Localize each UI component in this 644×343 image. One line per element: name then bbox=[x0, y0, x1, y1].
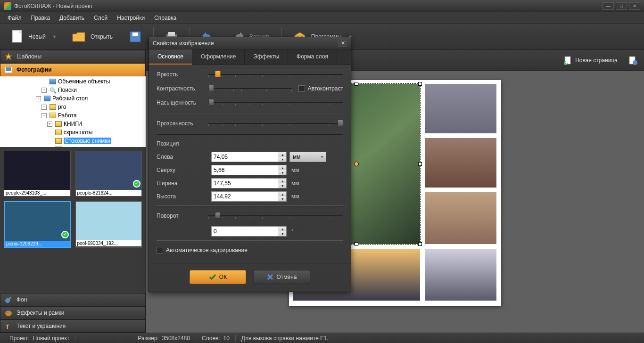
accordion-photos[interactable]: Фотографии bbox=[0, 63, 146, 76]
open-button[interactable]: Открыть bbox=[65, 27, 119, 46]
image-properties-dialog: Свойства изображения ✕ Основное Оформлен… bbox=[149, 37, 351, 292]
collage-image[interactable] bbox=[425, 249, 496, 301]
accordion-background[interactable]: Фон bbox=[0, 293, 146, 306]
thumbnail[interactable]: picnic-1208229... bbox=[4, 201, 71, 248]
dropdown-arrow-icon: ▼ bbox=[52, 34, 57, 39]
thumbnails: people-2943103_...people-821624...picnic… bbox=[0, 147, 146, 293]
check-icon bbox=[209, 274, 216, 280]
menubar: Файл Правка Добавить Слой Настройки Спра… bbox=[0, 12, 644, 24]
minimize-button[interactable]: — bbox=[603, 2, 614, 10]
tab-decoration[interactable]: Оформление bbox=[192, 49, 245, 65]
cancel-icon bbox=[267, 274, 273, 280]
tab-layer-shape[interactable]: Форма слоя bbox=[288, 49, 337, 65]
status-project: Новый проект bbox=[33, 335, 70, 342]
brightness-label: Яркость bbox=[157, 71, 208, 78]
svg-rect-8 bbox=[6, 67, 11, 71]
dialog-tabs: Основное Оформление Эффекты Форма слоя bbox=[149, 49, 351, 65]
contrast-slider[interactable] bbox=[208, 85, 292, 92]
svg-rect-5 bbox=[168, 32, 175, 36]
menu-file[interactable]: Файл bbox=[3, 13, 26, 23]
svg-marker-6 bbox=[5, 53, 12, 60]
dialog-titlebar[interactable]: Свойства изображения ✕ bbox=[149, 37, 351, 49]
saturation-slider[interactable] bbox=[208, 99, 343, 106]
rotation-label: Поворот bbox=[157, 212, 208, 219]
status-layers: 10 bbox=[223, 335, 230, 342]
width-label: Ширина bbox=[157, 180, 208, 187]
tree-item[interactable]: +pro bbox=[0, 103, 146, 111]
accordion-text[interactable]: T Текст и украшения bbox=[0, 319, 146, 333]
tab-effects[interactable]: Эффекты bbox=[245, 49, 288, 65]
contrast-label: Контрастность bbox=[157, 85, 208, 92]
titlebar: ФотоКОЛЛАЖ - Новый проект — □ ✕ bbox=[0, 0, 644, 12]
tree-item[interactable]: Объемные объекты bbox=[0, 77, 146, 86]
ok-button[interactable]: ОК bbox=[190, 270, 246, 284]
unit-select[interactable]: мм bbox=[289, 152, 326, 162]
status-help: Для вызова справки нажмите F1. bbox=[241, 335, 329, 342]
menu-layer[interactable]: Слой bbox=[89, 13, 112, 23]
width-input[interactable]: 147,55▲▼ bbox=[211, 178, 287, 188]
star-icon bbox=[4, 52, 13, 61]
svg-point-14 bbox=[10, 313, 11, 314]
cancel-button[interactable]: Отмена bbox=[254, 270, 310, 284]
rotation-slider[interactable] bbox=[208, 212, 343, 220]
page-add-icon: + bbox=[564, 56, 572, 65]
accordion-templates[interactable]: Шаблоны bbox=[0, 50, 146, 63]
close-button[interactable]: ✕ bbox=[629, 2, 640, 10]
collage-image[interactable] bbox=[425, 84, 496, 133]
svg-text:T: T bbox=[6, 324, 9, 330]
new-file-icon bbox=[9, 29, 25, 44]
left-label: Слева bbox=[157, 154, 208, 160]
status-bar: Проект: Новый проект Размер: 3508x2480 С… bbox=[0, 333, 644, 343]
height-label: Высота bbox=[157, 193, 208, 200]
dialog-close-button[interactable]: ✕ bbox=[339, 40, 347, 47]
thumbnail[interactable]: people-821624... bbox=[75, 151, 142, 196]
tool-page-settings[interactable] bbox=[624, 52, 641, 68]
menu-settings[interactable]: Настройки bbox=[112, 13, 149, 23]
collage-image[interactable] bbox=[425, 138, 496, 188]
new-page-button[interactable]: + Новая страница bbox=[559, 54, 622, 67]
svg-text:+: + bbox=[565, 59, 568, 65]
tree-item[interactable]: +🔍Поиски bbox=[0, 86, 146, 94]
menu-add[interactable]: Добавить bbox=[55, 13, 89, 23]
top-label: Сверху bbox=[157, 167, 208, 173]
folder-tree[interactable]: Объемные объекты+🔍Поиски-Рабочий стол+pr… bbox=[0, 76, 146, 147]
maximize-button[interactable]: □ bbox=[616, 2, 627, 10]
tree-item[interactable]: Стоковые снимки bbox=[0, 137, 146, 145]
collage-image[interactable] bbox=[425, 192, 496, 244]
menu-edit[interactable]: Правка bbox=[26, 13, 55, 23]
svg-point-31 bbox=[633, 60, 637, 65]
tree-item[interactable]: скриншоты bbox=[0, 128, 146, 137]
new-button[interactable]: Новый ▼ bbox=[3, 27, 63, 46]
height-input[interactable]: 144,92▲▼ bbox=[211, 191, 287, 202]
tab-main[interactable]: Основное bbox=[149, 49, 192, 65]
text-icon: T bbox=[4, 322, 13, 330]
top-input[interactable]: 5,66▲▼ bbox=[211, 165, 287, 175]
tree-item[interactable]: -Работа bbox=[0, 111, 146, 120]
position-header: Позиция bbox=[157, 140, 343, 147]
save-icon bbox=[128, 29, 143, 44]
brightness-slider[interactable] bbox=[208, 71, 343, 78]
window-title: ФотоКОЛЛАЖ - Новый проект bbox=[14, 3, 93, 9]
left-input[interactable]: 74,05▲▼ bbox=[211, 152, 287, 162]
open-folder-icon bbox=[72, 29, 87, 44]
autocrop-label: Автоматическое кадрирование bbox=[166, 247, 248, 253]
thumbnail[interactable]: pool-690034_192... bbox=[75, 201, 142, 248]
tree-item[interactable]: -Рабочий стол bbox=[0, 94, 146, 103]
save-button[interactable] bbox=[121, 27, 149, 46]
autocrop-checkbox[interactable] bbox=[157, 247, 163, 253]
svg-point-12 bbox=[7, 312, 8, 313]
brush-icon bbox=[4, 295, 13, 304]
opacity-label: Прозрачность bbox=[157, 120, 208, 127]
opacity-slider[interactable] bbox=[208, 120, 343, 127]
thumbnail[interactable]: people-2943103_... bbox=[4, 151, 71, 196]
autocontrast-checkbox[interactable] bbox=[298, 85, 305, 92]
menu-help[interactable]: Справка bbox=[149, 13, 181, 23]
svg-point-13 bbox=[8, 311, 10, 312]
dialog-title: Свойства изображения bbox=[153, 40, 214, 47]
saturation-label: Насыщенность bbox=[157, 99, 208, 106]
accordion-effects[interactable]: Эффекты и рамки bbox=[0, 306, 146, 319]
palette-icon bbox=[4, 309, 13, 317]
status-size: 3508x2480 bbox=[162, 335, 190, 342]
rotation-input[interactable]: 0▲▼ bbox=[211, 226, 287, 237]
tree-item[interactable]: +КНИГИ bbox=[0, 120, 146, 128]
